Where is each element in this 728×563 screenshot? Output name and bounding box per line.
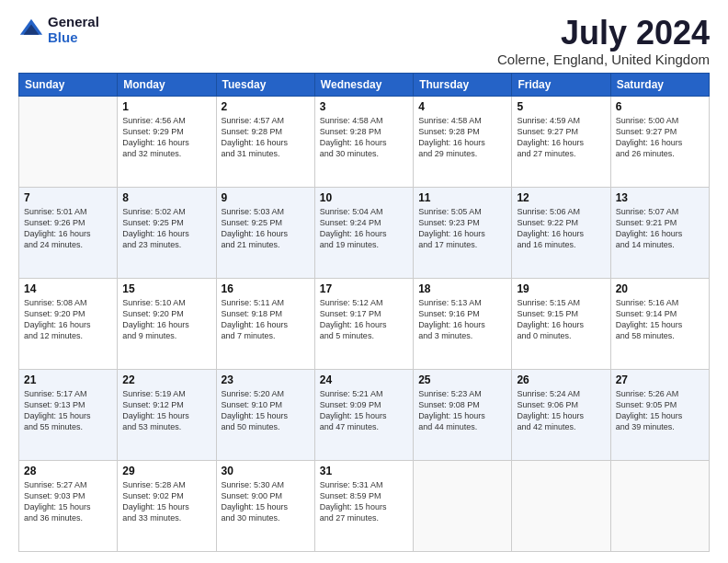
day-number: 3 xyxy=(320,100,408,113)
day-number: 8 xyxy=(122,191,210,204)
day-info: Sunrise: 5:04 AMSunset: 9:24 PMDaylight:… xyxy=(320,206,408,251)
calendar-day-cell: 2Sunrise: 4:57 AMSunset: 9:28 PMDaylight… xyxy=(216,96,314,187)
day-info: Sunrise: 4:57 AMSunset: 9:28 PMDaylight:… xyxy=(222,115,310,160)
calendar-day-cell xyxy=(610,460,709,551)
day-number: 26 xyxy=(517,373,605,386)
day-number: 24 xyxy=(320,373,408,386)
day-number: 19 xyxy=(517,282,605,295)
day-info: Sunrise: 5:00 AMSunset: 9:27 PMDaylight:… xyxy=(616,115,704,160)
day-number: 31 xyxy=(320,465,408,477)
calendar-day-cell: 10Sunrise: 5:04 AMSunset: 9:24 PMDayligh… xyxy=(314,187,413,278)
day-info: Sunrise: 5:16 AMSunset: 9:14 PMDaylight:… xyxy=(616,297,704,342)
calendar-day-cell: 17Sunrise: 5:12 AMSunset: 9:17 PMDayligh… xyxy=(314,278,413,369)
page: General Blue July 2024 Colerne, England,… xyxy=(0,0,728,563)
day-header-monday: Monday xyxy=(118,73,216,96)
day-info: Sunrise: 5:28 AMSunset: 9:02 PMDaylight:… xyxy=(122,479,210,524)
calendar-day-cell: 19Sunrise: 5:15 AMSunset: 9:15 PMDayligh… xyxy=(512,278,610,369)
calendar-day-cell xyxy=(19,96,118,187)
day-number: 17 xyxy=(320,282,408,295)
calendar-day-cell: 7Sunrise: 5:01 AMSunset: 9:26 PMDaylight… xyxy=(19,187,118,278)
day-info: Sunrise: 5:06 AMSunset: 9:22 PMDaylight:… xyxy=(517,206,605,251)
day-number: 10 xyxy=(320,191,408,204)
day-info: Sunrise: 5:05 AMSunset: 9:23 PMDaylight:… xyxy=(418,206,506,251)
calendar-day-cell: 9Sunrise: 5:03 AMSunset: 9:25 PMDaylight… xyxy=(216,187,314,278)
calendar-day-cell: 27Sunrise: 5:26 AMSunset: 9:05 PMDayligh… xyxy=(610,369,709,460)
day-info: Sunrise: 5:21 AMSunset: 9:09 PMDaylight:… xyxy=(320,388,408,433)
day-info: Sunrise: 5:10 AMSunset: 9:20 PMDaylight:… xyxy=(122,297,210,342)
day-info: Sunrise: 5:17 AMSunset: 9:13 PMDaylight:… xyxy=(24,388,112,433)
day-number: 27 xyxy=(616,373,704,386)
calendar-week-row: 14Sunrise: 5:08 AMSunset: 9:20 PMDayligh… xyxy=(19,278,710,369)
calendar-week-row: 28Sunrise: 5:27 AMSunset: 9:03 PMDayligh… xyxy=(19,460,710,551)
day-info: Sunrise: 5:13 AMSunset: 9:16 PMDaylight:… xyxy=(418,297,506,342)
day-info: Sunrise: 5:26 AMSunset: 9:05 PMDaylight:… xyxy=(616,388,704,433)
calendar-day-cell: 12Sunrise: 5:06 AMSunset: 9:22 PMDayligh… xyxy=(512,187,610,278)
day-header-sunday: Sunday xyxy=(19,73,118,96)
calendar-day-cell: 15Sunrise: 5:10 AMSunset: 9:20 PMDayligh… xyxy=(118,278,216,369)
day-info: Sunrise: 5:11 AMSunset: 9:18 PMDaylight:… xyxy=(222,297,310,342)
day-info: Sunrise: 5:23 AMSunset: 9:08 PMDaylight:… xyxy=(418,388,506,433)
calendar-day-cell: 1Sunrise: 4:56 AMSunset: 9:29 PMDaylight… xyxy=(118,96,216,187)
day-info: Sunrise: 4:58 AMSunset: 9:28 PMDaylight:… xyxy=(418,115,506,160)
day-header-wednesday: Wednesday xyxy=(314,73,413,96)
calendar-week-row: 7Sunrise: 5:01 AMSunset: 9:26 PMDaylight… xyxy=(19,187,710,278)
day-number: 9 xyxy=(222,191,310,204)
day-number: 5 xyxy=(517,100,605,113)
day-info: Sunrise: 5:08 AMSunset: 9:20 PMDaylight:… xyxy=(24,297,112,342)
day-info: Sunrise: 4:59 AMSunset: 9:27 PMDaylight:… xyxy=(517,115,605,160)
calendar-day-cell: 16Sunrise: 5:11 AMSunset: 9:18 PMDayligh… xyxy=(216,278,314,369)
day-info: Sunrise: 5:03 AMSunset: 9:25 PMDaylight:… xyxy=(222,206,310,251)
day-info: Sunrise: 4:56 AMSunset: 9:29 PMDaylight:… xyxy=(122,115,210,160)
calendar-day-cell: 14Sunrise: 5:08 AMSunset: 9:20 PMDayligh… xyxy=(19,278,118,369)
calendar-day-cell: 29Sunrise: 5:28 AMSunset: 9:02 PMDayligh… xyxy=(118,460,216,551)
calendar-header-row: SundayMondayTuesdayWednesdayThursdayFrid… xyxy=(19,73,710,96)
calendar-day-cell: 24Sunrise: 5:21 AMSunset: 9:09 PMDayligh… xyxy=(314,369,413,460)
day-number: 22 xyxy=(122,373,210,386)
calendar-day-cell: 13Sunrise: 5:07 AMSunset: 9:21 PMDayligh… xyxy=(610,187,709,278)
logo-blue-text: Blue xyxy=(48,30,99,46)
day-number: 20 xyxy=(616,282,704,295)
calendar-day-cell xyxy=(512,460,610,551)
title-block: July 2024 Colerne, England, United Kingd… xyxy=(497,15,710,67)
calendar-day-cell: 21Sunrise: 5:17 AMSunset: 9:13 PMDayligh… xyxy=(19,369,118,460)
day-info: Sunrise: 5:07 AMSunset: 9:21 PMDaylight:… xyxy=(616,206,704,251)
calendar-day-cell: 28Sunrise: 5:27 AMSunset: 9:03 PMDayligh… xyxy=(19,460,118,551)
day-number: 29 xyxy=(122,465,210,477)
calendar-day-cell: 3Sunrise: 4:58 AMSunset: 9:28 PMDaylight… xyxy=(314,96,413,187)
calendar-day-cell xyxy=(414,460,512,551)
logo: General Blue xyxy=(18,15,99,45)
day-number: 15 xyxy=(122,282,210,295)
subtitle: Colerne, England, United Kingdom xyxy=(497,52,710,67)
day-info: Sunrise: 5:24 AMSunset: 9:06 PMDaylight:… xyxy=(517,388,605,433)
calendar-day-cell: 6Sunrise: 5:00 AMSunset: 9:27 PMDaylight… xyxy=(610,96,709,187)
day-number: 1 xyxy=(122,100,210,113)
day-number: 14 xyxy=(24,282,112,295)
day-info: Sunrise: 5:20 AMSunset: 9:10 PMDaylight:… xyxy=(222,388,310,433)
day-header-saturday: Saturday xyxy=(610,73,709,96)
calendar-week-row: 1Sunrise: 4:56 AMSunset: 9:29 PMDaylight… xyxy=(19,96,710,187)
logo-text: General Blue xyxy=(48,15,99,45)
calendar-day-cell: 11Sunrise: 5:05 AMSunset: 9:23 PMDayligh… xyxy=(414,187,512,278)
day-info: Sunrise: 5:15 AMSunset: 9:15 PMDaylight:… xyxy=(517,297,605,342)
day-number: 12 xyxy=(517,191,605,204)
day-number: 13 xyxy=(616,191,704,204)
day-header-tuesday: Tuesday xyxy=(216,73,314,96)
day-info: Sunrise: 4:58 AMSunset: 9:28 PMDaylight:… xyxy=(320,115,408,160)
calendar-day-cell: 18Sunrise: 5:13 AMSunset: 9:16 PMDayligh… xyxy=(414,278,512,369)
calendar-day-cell: 8Sunrise: 5:02 AMSunset: 9:25 PMDaylight… xyxy=(118,187,216,278)
day-number: 25 xyxy=(418,373,506,386)
calendar-day-cell: 4Sunrise: 4:58 AMSunset: 9:28 PMDaylight… xyxy=(414,96,512,187)
calendar-day-cell: 22Sunrise: 5:19 AMSunset: 9:12 PMDayligh… xyxy=(118,369,216,460)
day-info: Sunrise: 5:12 AMSunset: 9:17 PMDaylight:… xyxy=(320,297,408,342)
day-info: Sunrise: 5:01 AMSunset: 9:26 PMDaylight:… xyxy=(24,206,112,251)
day-number: 16 xyxy=(222,282,310,295)
day-number: 28 xyxy=(24,465,112,477)
day-number: 6 xyxy=(616,100,704,113)
calendar-day-cell: 25Sunrise: 5:23 AMSunset: 9:08 PMDayligh… xyxy=(414,369,512,460)
day-number: 23 xyxy=(222,373,310,386)
day-number: 2 xyxy=(222,100,310,113)
day-info: Sunrise: 5:19 AMSunset: 9:12 PMDaylight:… xyxy=(122,388,210,433)
day-number: 18 xyxy=(418,282,506,295)
day-number: 7 xyxy=(24,191,112,204)
calendar-day-cell: 26Sunrise: 5:24 AMSunset: 9:06 PMDayligh… xyxy=(512,369,610,460)
